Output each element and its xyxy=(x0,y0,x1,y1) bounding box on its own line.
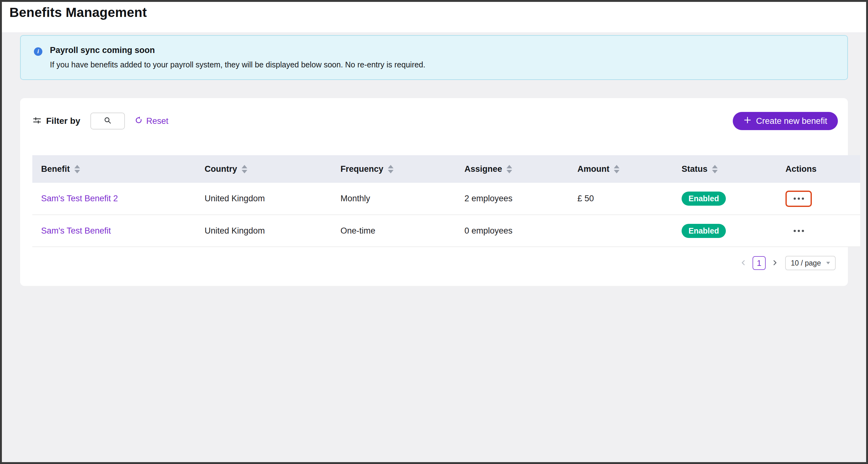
table-row: Sam's Test Benefit 2 United Kingdom Mont… xyxy=(32,183,860,215)
sort-arrows-icon[interactable] xyxy=(614,165,619,173)
banner-message: If you have benefits added to your payro… xyxy=(50,60,425,70)
sort-arrows-icon[interactable] xyxy=(712,165,718,173)
table-row: Sam's Test Benefit United Kingdom One-ti… xyxy=(32,215,860,247)
assignee-cell: 0 employees xyxy=(456,215,569,247)
next-page-button[interactable] xyxy=(771,259,778,267)
plus-icon xyxy=(743,116,751,126)
status-cell: Enabled xyxy=(673,183,777,215)
prev-page-button[interactable] xyxy=(740,259,747,267)
assignee-cell: 2 employees xyxy=(456,183,569,215)
pagination: 1 10 / page xyxy=(20,255,836,271)
column-header-status[interactable]: Status xyxy=(673,155,777,183)
column-header-frequency[interactable]: Frequency xyxy=(332,155,456,183)
actions-highlight-box xyxy=(785,223,812,239)
actions-highlight-box xyxy=(785,191,812,207)
sort-arrows-icon[interactable] xyxy=(506,165,512,173)
filter-sliders-icon xyxy=(32,116,42,126)
actions-cell xyxy=(777,183,860,215)
banner-text: Payroll sync coming soon If you have ben… xyxy=(50,45,425,79)
sort-arrows-icon[interactable] xyxy=(242,165,247,173)
status-badge: Enabled xyxy=(682,192,726,206)
column-label: Actions xyxy=(785,164,816,174)
toolbar: Filter by Reset xyxy=(20,112,848,130)
sort-arrows-icon[interactable] xyxy=(388,165,394,173)
ellipsis-icon xyxy=(794,198,796,200)
benefit-cell: Sam's Test Benefit xyxy=(32,215,196,247)
create-new-benefit-button[interactable]: Create new benefit xyxy=(733,112,838,130)
country-cell: United Kingdom xyxy=(196,215,332,247)
payroll-sync-banner: i Payroll sync coming soon If you have b… xyxy=(20,35,848,80)
banner-title: Payroll sync coming soon xyxy=(50,45,425,55)
country-cell: United Kingdom xyxy=(196,183,332,215)
column-header-country[interactable]: Country xyxy=(196,155,332,183)
benefit-cell: Sam's Test Benefit 2 xyxy=(32,183,196,215)
page-title: Benefits Management xyxy=(9,5,866,20)
chevron-right-icon xyxy=(771,259,778,267)
benefit-link[interactable]: Sam's Test Benefit 2 xyxy=(41,194,118,203)
reset-label: Reset xyxy=(146,116,168,126)
info-icon: i xyxy=(34,47,42,56)
frequency-cell: Monthly xyxy=(332,183,456,215)
top-bar: Benefits Management xyxy=(2,2,866,32)
amount-cell xyxy=(569,215,673,247)
row-actions-button[interactable] xyxy=(787,193,810,205)
column-header-amount[interactable]: Amount xyxy=(569,155,673,183)
filter-by-label: Filter by xyxy=(46,116,80,126)
ellipsis-icon xyxy=(794,230,796,232)
benefit-link[interactable]: Sam's Test Benefit xyxy=(41,226,111,235)
reset-button[interactable]: Reset xyxy=(134,116,168,127)
current-page[interactable]: 1 xyxy=(752,256,766,270)
benefits-management-page: Benefits Management i Payroll sync comin… xyxy=(0,0,868,464)
status-badge: Enabled xyxy=(682,224,726,238)
column-header-benefit[interactable]: Benefit xyxy=(32,155,196,183)
sort-arrows-icon[interactable] xyxy=(74,165,80,173)
chevron-down-icon xyxy=(826,262,830,264)
search-input[interactable] xyxy=(90,112,125,130)
column-label: Frequency xyxy=(340,164,383,174)
table-header-row: Benefit Country Frequency Assignee Amoun… xyxy=(32,155,860,183)
benefits-card: Filter by Reset xyxy=(20,98,848,286)
chevron-left-icon xyxy=(740,259,747,267)
column-label: Amount xyxy=(578,164,610,174)
column-label: Status xyxy=(682,164,708,174)
amount-cell: £ 50 xyxy=(569,183,673,215)
create-new-benefit-label: Create new benefit xyxy=(756,116,827,126)
benefits-table: Benefit Country Frequency Assignee Amoun… xyxy=(32,155,860,247)
actions-cell xyxy=(777,215,860,247)
status-cell: Enabled xyxy=(673,215,777,247)
page-content: i Payroll sync coming soon If you have b… xyxy=(2,32,866,286)
column-header-assignee[interactable]: Assignee xyxy=(456,155,569,183)
row-actions-button[interactable] xyxy=(787,225,810,237)
column-label: Country xyxy=(205,164,237,174)
column-header-actions: Actions xyxy=(777,155,860,183)
column-label: Assignee xyxy=(464,164,502,174)
page-size-select[interactable]: 10 / page xyxy=(785,256,836,270)
reset-icon xyxy=(134,116,143,127)
column-label: Benefit xyxy=(41,164,70,174)
search-icon xyxy=(103,116,112,126)
frequency-cell: One-time xyxy=(332,215,456,247)
page-size-value: 10 / page xyxy=(791,259,821,267)
